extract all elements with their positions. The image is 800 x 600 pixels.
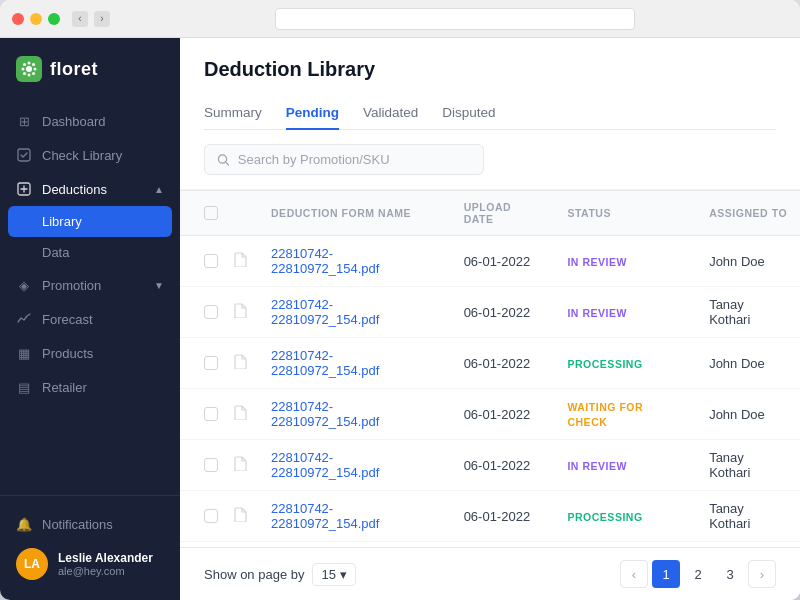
sidebar: floret ⊞ Dashboard xyxy=(0,38,180,600)
tab-disputed[interactable]: Disputed xyxy=(442,97,495,130)
next-page-button[interactable]: › xyxy=(748,560,776,588)
table-row: 22810742-22810972_154.pdf 06-01-2022 IN … xyxy=(180,236,800,287)
file-link[interactable]: 22810742-22810972_154.pdf xyxy=(271,348,379,378)
back-button[interactable]: ‹ xyxy=(72,11,88,27)
sidebar-item-label: Deductions xyxy=(42,182,107,197)
page-title: Deduction Library xyxy=(204,58,776,81)
sidebar-item-retailer[interactable]: ▤ Retailer xyxy=(0,370,180,404)
row-date-cell: 06-01-2022 xyxy=(452,389,556,440)
file-icon xyxy=(234,354,247,369)
user-profile[interactable]: LA Leslie Alexander ale@hey.com xyxy=(16,540,164,588)
file-link[interactable]: 22810742-22810972_154.pdf xyxy=(271,246,379,276)
row-checkbox[interactable] xyxy=(204,407,218,421)
logo-icon xyxy=(16,56,42,82)
sidebar-item-products[interactable]: ▦ Products xyxy=(0,336,180,370)
app-window: ‹ › xyxy=(0,0,800,600)
address-bar[interactable] xyxy=(275,8,635,30)
select-all-checkbox[interactable] xyxy=(204,206,218,220)
close-button[interactable] xyxy=(12,13,24,25)
table-area: Deduction Form Name Upload Date Status A… xyxy=(180,130,800,547)
col-file-icon xyxy=(230,191,259,236)
svg-rect-9 xyxy=(18,149,30,161)
titlebar: ‹ › xyxy=(0,0,800,38)
row-checkbox[interactable] xyxy=(204,254,218,268)
library-label: Library xyxy=(42,214,82,229)
user-avatar: LA xyxy=(16,548,48,580)
table-row: 22810742-22810972_154.pdf 06-01-2022 PRO… xyxy=(180,338,800,389)
minimize-button[interactable] xyxy=(30,13,42,25)
svg-point-6 xyxy=(32,72,35,75)
user-info: Leslie Alexander ale@hey.com xyxy=(58,551,153,577)
col-date: Upload Date xyxy=(452,191,556,236)
page-3-button[interactable]: 3 xyxy=(716,560,744,588)
svg-point-3 xyxy=(22,68,25,71)
row-date-cell: 06-01-2022 xyxy=(452,338,556,389)
page-1-button[interactable]: 1 xyxy=(652,560,680,588)
sidebar-item-library[interactable]: Library xyxy=(8,206,172,237)
products-icon: ▦ xyxy=(16,345,32,361)
maximize-button[interactable] xyxy=(48,13,60,25)
status-badge: IN REVIEW xyxy=(567,307,627,319)
table-row: 22810742-22810972_154.pdf 06-01-2022 IN … xyxy=(180,440,800,491)
search-input[interactable] xyxy=(238,152,471,167)
file-link[interactable]: 22810742-22810972_154.pdf xyxy=(271,450,379,480)
search-input-wrap[interactable] xyxy=(204,144,484,175)
row-assigned-cell: Tanay Kothari xyxy=(697,491,800,542)
per-page-chevron: ▾ xyxy=(340,567,347,582)
forward-button[interactable]: › xyxy=(94,11,110,27)
row-checkbox[interactable] xyxy=(204,356,218,370)
sidebar-item-label: Retailer xyxy=(42,380,87,395)
status-badge: WAITING FOR CHECK xyxy=(567,401,643,428)
col-checkbox xyxy=(180,191,230,236)
row-file-icon-cell xyxy=(230,491,259,542)
per-page-value: 15 xyxy=(321,567,335,582)
sidebar-item-label: Dashboard xyxy=(42,114,106,129)
col-status: Status xyxy=(555,191,697,236)
table-row: 22810742-22810972_154.pdf 06-01-2022 PRO… xyxy=(180,491,800,542)
sidebar-item-dashboard[interactable]: ⊞ Dashboard xyxy=(0,104,180,138)
row-status-cell: IN REVIEW xyxy=(555,440,697,491)
notifications-item[interactable]: 🔔 Notifications xyxy=(16,508,164,540)
row-date-cell: 06-01-2022 xyxy=(452,236,556,287)
row-file-icon-cell xyxy=(230,338,259,389)
chevron-down-icon: ▼ xyxy=(154,280,164,291)
bell-icon: 🔔 xyxy=(16,516,32,532)
row-checkbox[interactable] xyxy=(204,509,218,523)
row-checkbox[interactable] xyxy=(204,305,218,319)
logo[interactable]: floret xyxy=(0,38,180,96)
row-name-cell: 22810742-22810972_154.pdf xyxy=(259,389,452,440)
tab-pending[interactable]: Pending xyxy=(286,97,339,130)
sidebar-nav: ⊞ Dashboard Check Library xyxy=(0,96,180,495)
sidebar-item-label: Check Library xyxy=(42,148,122,163)
prev-page-button[interactable]: ‹ xyxy=(620,560,648,588)
row-status-cell: IN REVIEW xyxy=(555,287,697,338)
file-icon xyxy=(234,405,247,420)
file-icon xyxy=(234,252,247,267)
sidebar-item-deductions[interactable]: Deductions ▲ xyxy=(0,172,180,206)
row-assigned-cell: Tanay Kothari xyxy=(697,440,800,491)
row-checkbox-cell xyxy=(180,389,230,440)
per-page-select[interactable]: 15 ▾ xyxy=(312,563,355,586)
row-checkbox-cell xyxy=(180,236,230,287)
sidebar-item-data[interactable]: Data xyxy=(0,237,180,268)
sidebar-item-check-library[interactable]: Check Library xyxy=(0,138,180,172)
col-name: Deduction Form Name xyxy=(259,191,452,236)
row-date-cell: 06-01-2022 xyxy=(452,287,556,338)
file-link[interactable]: 22810742-22810972_154.pdf xyxy=(271,501,379,531)
file-link[interactable]: 22810742-22810972_154.pdf xyxy=(271,399,379,429)
sidebar-item-promotion[interactable]: ◈ Promotion ▼ xyxy=(0,268,180,302)
row-assigned-cell: John Doe xyxy=(697,338,800,389)
row-checkbox[interactable] xyxy=(204,458,218,472)
page-2-button[interactable]: 2 xyxy=(684,560,712,588)
svg-point-7 xyxy=(32,63,35,66)
status-badge: PROCESSING xyxy=(567,511,642,523)
sidebar-item-forecast[interactable]: Forecast xyxy=(0,302,180,336)
tab-summary[interactable]: Summary xyxy=(204,97,262,130)
file-link[interactable]: 22810742-22810972_154.pdf xyxy=(271,297,379,327)
search-bar xyxy=(180,130,800,190)
row-file-icon-cell xyxy=(230,287,259,338)
row-checkbox-cell xyxy=(180,287,230,338)
logo-text: floret xyxy=(50,59,98,80)
tab-validated[interactable]: Validated xyxy=(363,97,418,130)
row-file-icon-cell xyxy=(230,389,259,440)
